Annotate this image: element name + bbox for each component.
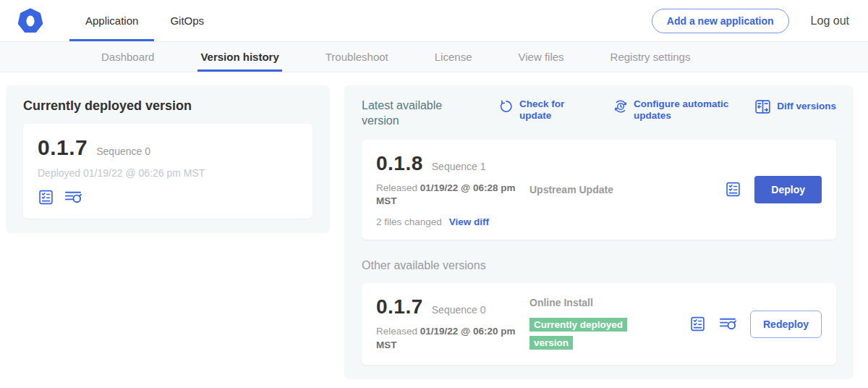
- diff-versions-button[interactable]: Diff versions: [754, 98, 836, 114]
- preflight-checks-icon[interactable]: [38, 189, 54, 206]
- tab-gitops-label: GitOps: [170, 14, 204, 27]
- main-content: Currently deployed version 0.1.7 Sequenc…: [0, 72, 868, 379]
- files-changed-line: 2 files changedView diff: [376, 216, 529, 227]
- app-tabs: Application GitOps: [69, 0, 220, 41]
- preflight-checks-icon[interactable]: [725, 181, 741, 198]
- deploy-button[interactable]: Deploy: [754, 176, 822, 203]
- refresh-icon: [499, 99, 514, 114]
- other-version-row: 0.1.7 Sequence 0 Released 01/19/22 @ 06:…: [362, 283, 836, 365]
- diff-versions-label: Diff versions: [777, 101, 836, 112]
- subnav-item-registry-settings[interactable]: Registry settings: [610, 42, 691, 72]
- diff-icon: [754, 99, 771, 114]
- deployed-sequence: Sequence 0: [96, 146, 150, 157]
- tab-application-label: Application: [85, 14, 138, 27]
- other-version-number: 0.1.7: [376, 295, 423, 319]
- view-diff-link[interactable]: View diff: [449, 216, 489, 227]
- currently-deployed-badge-wrap: Currently deployed version: [529, 316, 652, 351]
- currently-deployed-title: Currently deployed version: [23, 98, 312, 114]
- other-version-source: Online Install: [529, 297, 689, 308]
- app-logo-icon: [17, 8, 43, 34]
- configure-automatic-updates-label: Configure automatic updates: [634, 98, 738, 122]
- deployed-version-box: 0.1.7 Sequence 0 Deployed 01/19/22 @ 06:…: [23, 124, 312, 219]
- section-nav: Dashboard Version history Troubleshoot L…: [0, 41, 868, 72]
- subnav-item-version-history[interactable]: Version history: [200, 42, 278, 72]
- deployed-version-number: 0.1.7: [38, 135, 88, 160]
- available-versions-card: Latest available version Check for updat…: [344, 85, 854, 379]
- logout-link[interactable]: Log out: [811, 14, 849, 28]
- latest-available-title: Latest available version: [362, 98, 463, 129]
- other-available-versions-heading: Other available versions: [362, 259, 836, 272]
- files-changed-count: 2 files changed: [376, 216, 442, 227]
- other-released-date: Released 01/19/22 @ 06:20 pm MST: [376, 325, 521, 353]
- currently-deployed-card: Currently deployed version 0.1.7 Sequenc…: [6, 85, 330, 233]
- view-deploy-logs-icon[interactable]: [719, 316, 737, 332]
- subnav-item-license[interactable]: License: [435, 42, 472, 72]
- check-for-update-button[interactable]: Check for update: [499, 98, 569, 122]
- latest-version-row: 0.1.8 Sequence 1 Released 01/19/22 @ 06:…: [362, 140, 836, 240]
- tab-gitops[interactable]: GitOps: [154, 0, 220, 41]
- view-deploy-logs-icon[interactable]: [64, 189, 82, 206]
- redeploy-button[interactable]: Redeploy: [750, 311, 822, 338]
- check-for-update-label: Check for update: [519, 98, 569, 122]
- other-sequence: Sequence 0: [432, 304, 486, 316]
- latest-version-source: Upstream Update: [529, 184, 725, 195]
- add-new-application-button[interactable]: Add a new application: [652, 9, 789, 33]
- subnav-item-troubleshoot[interactable]: Troubleshoot: [326, 42, 388, 72]
- deployed-date: Deployed 01/19/22 @ 06:26 pm MST: [38, 167, 298, 179]
- configure-automatic-updates-button[interactable]: Configure automatic updates: [613, 98, 738, 122]
- subnav-item-dashboard[interactable]: Dashboard: [101, 42, 154, 72]
- currently-deployed-badge: Currently deployed version: [529, 318, 627, 350]
- auto-update-clock-icon: [613, 99, 628, 114]
- top-bar: Application GitOps Add a new application…: [0, 0, 868, 41]
- tab-application[interactable]: Application: [69, 0, 154, 41]
- preflight-checks-icon[interactable]: [689, 316, 706, 332]
- latest-released-date: Released 01/19/22 @ 06:28 pm MST: [376, 182, 521, 209]
- latest-sequence: Sequence 1: [432, 161, 486, 172]
- subnav-item-view-files[interactable]: View files: [518, 42, 563, 72]
- latest-version-number: 0.1.8: [376, 152, 423, 175]
